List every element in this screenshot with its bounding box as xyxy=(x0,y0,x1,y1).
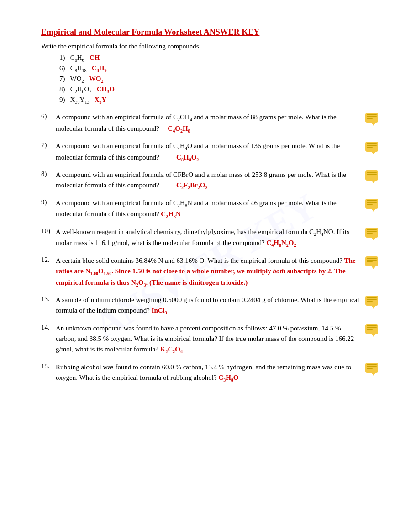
comment-icon[interactable] xyxy=(365,228,379,239)
list-item: 8) C2H6O2 CH3O xyxy=(59,85,379,94)
item-answer: X3Y xyxy=(95,96,107,103)
problem-num: 10) xyxy=(41,227,56,235)
comment-icon[interactable] xyxy=(365,142,379,154)
problem-answer: C8H8O2 xyxy=(176,154,199,161)
item-formula: X39Y13 xyxy=(70,96,93,103)
problem-text: A compound with an empirical formula of … xyxy=(56,198,362,220)
item-num: 1) xyxy=(59,54,68,61)
problem-answer: C2H8N xyxy=(161,210,180,218)
problem-answer: C2F2Br2O2 xyxy=(176,181,207,189)
problem-answer: K2C2O4 xyxy=(160,346,183,353)
comment-icon[interactable] xyxy=(365,296,379,308)
item-answer: CH xyxy=(90,54,100,61)
list-item: 6) C8H18 C4H9 xyxy=(59,64,379,73)
problem-num: 12. xyxy=(41,255,56,264)
comment-icon[interactable] xyxy=(365,256,379,268)
problem-text: A compound with an empirical formula of … xyxy=(56,170,362,192)
problem-15: 15. Rubbing alcohol was found to contain… xyxy=(41,362,379,384)
comment-icon[interactable] xyxy=(365,113,379,125)
item-formula: C2H6O2 xyxy=(70,85,95,93)
problem-7: 7) A compound with an empirical formula … xyxy=(41,141,379,163)
problem-num: 6) xyxy=(41,112,56,120)
problem-13: 13. A sample of indium chloride weighing… xyxy=(41,295,379,317)
problem-12: 12. A certain blue solid contains 36.84%… xyxy=(41,255,379,288)
problem-14: 14. An unknown compound was found to hav… xyxy=(41,323,379,356)
list-item: 7) WO2 WO2 xyxy=(59,75,379,84)
list-item: 9) X39Y13 X3Y xyxy=(59,96,379,105)
problem-text: A compound with an empirical formula of … xyxy=(56,141,362,163)
problem-answer-long: The ratios are N1.00O1.50. Since 1.50 is… xyxy=(56,257,356,286)
item-answer: CH3O xyxy=(97,85,115,93)
comment-icon[interactable] xyxy=(365,324,379,336)
item-num: 6) xyxy=(59,64,68,72)
problem-answer: C4O2H8 xyxy=(168,125,190,132)
problem-num: 13. xyxy=(41,295,56,303)
problem-num: 15. xyxy=(41,362,56,370)
list-item: 1) C6H6 CH xyxy=(59,54,379,63)
problem-text: A sample of indium chloride weighing 0.5… xyxy=(56,295,362,317)
empirical-list: 1) C6H6 CH 6) C8H18 C4H9 7) WO2 WO2 8) C… xyxy=(59,54,379,105)
problem-num: 14. xyxy=(41,323,56,331)
item-formula: C6H6 xyxy=(70,54,88,61)
item-formula: C8H18 xyxy=(70,64,90,72)
problem-text: A well-known reagent in analytical chemi… xyxy=(56,227,362,249)
problem-answer: C3H8O xyxy=(218,374,238,381)
item-num: 8) xyxy=(59,85,68,93)
problem-6: 6) A compound with an empirical formula … xyxy=(41,112,379,134)
item-answer: WO2 xyxy=(89,75,104,82)
problem-10: 10) A well-known reagent in analytical c… xyxy=(41,227,379,249)
problem-text: A compound with an empirical formula of … xyxy=(56,112,362,134)
problem-num: 9) xyxy=(41,198,56,206)
problem-text: A certain blue solid contains 36.84% N a… xyxy=(56,255,362,288)
comment-icon[interactable] xyxy=(365,363,379,375)
item-answer: C4H9 xyxy=(92,64,107,72)
problem-text: Rubbing alcohol was found to contain 60.… xyxy=(56,362,362,384)
problem-answer: C4H8N2O2 xyxy=(266,239,296,246)
problem-text: An unknown compound was found to have a … xyxy=(56,323,362,356)
item-formula: WO2 xyxy=(70,75,87,82)
problem-8: 8) A compound with an empirical formula … xyxy=(41,170,379,192)
comment-icon[interactable] xyxy=(365,199,379,211)
problem-answer: InCl3 xyxy=(152,307,167,314)
page-title: Empirical and Molecular Formula Workshee… xyxy=(41,27,379,37)
comment-icon[interactable] xyxy=(365,170,379,182)
problem-num: 8) xyxy=(41,170,56,178)
intro-text: Write the empirical formula for the foll… xyxy=(41,43,379,50)
item-num: 7) xyxy=(59,75,68,82)
problem-num: 7) xyxy=(41,141,56,149)
problem-9: 9) A compound with an empirical formula … xyxy=(41,198,379,220)
item-num: 9) xyxy=(59,96,68,103)
